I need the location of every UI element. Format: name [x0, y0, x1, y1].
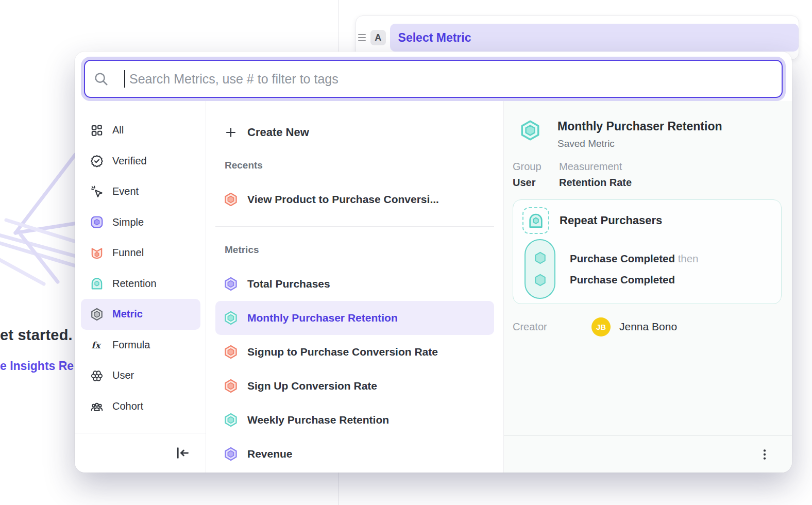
collapse-panel-icon[interactable] — [175, 445, 190, 461]
sidebar-item-label: Cohort — [112, 400, 143, 412]
section-divider — [215, 226, 494, 227]
hexagon-purple-icon — [224, 447, 238, 461]
metric-item-weekly-purchase-retention[interactable]: Weekly Purchase Retention — [215, 403, 494, 437]
detail-meta: Group User Measurement Retention Rate — [513, 161, 782, 189]
sidebar-item-label: Simple — [112, 216, 144, 228]
recent-item-label: View Product to Purchase Conversi... — [247, 193, 439, 206]
user-cluster-icon — [90, 369, 104, 382]
sidebar-item-label: All — [112, 124, 124, 136]
background-heading-fragment: et started. — [0, 327, 73, 344]
kebab-menu-icon[interactable] — [758, 448, 771, 461]
chart-decoration-lines — [0, 131, 77, 286]
detail-subtitle: Saved Metric — [557, 138, 722, 149]
metric-item-label: Sign Up Conversion Rate — [247, 380, 377, 392]
create-new-button[interactable]: Create New — [215, 120, 494, 145]
metric-item-label: Total Purchases — [247, 278, 330, 290]
definition-step-2: Purchase Completed — [570, 270, 699, 289]
recents-heading: Recents — [215, 160, 494, 172]
cohort-people-icon — [90, 399, 104, 413]
retention-metric-icon — [90, 277, 104, 290]
metric-hexagon-icon — [90, 308, 104, 321]
screen: et started. e Insights Re A Select Metri… — [0, 0, 812, 505]
avatar: JB — [591, 317, 611, 336]
step-hexagon-icon — [533, 273, 547, 287]
hexagon-teal-icon — [519, 120, 541, 141]
definition-title: Repeat Purchasers — [560, 214, 662, 227]
sidebar-item-formula[interactable]: Formula — [75, 330, 206, 361]
step-connector: then — [678, 252, 699, 264]
metric-item-monthly-purchaser-retention[interactable]: Monthly Purchaser Retention — [215, 301, 494, 335]
detail-header: Monthly Purchaser Retention Saved Metric — [519, 120, 782, 149]
sidebar-item-label: Metric — [112, 308, 143, 320]
simple-metric-icon — [90, 215, 104, 229]
sidebar-item-retention[interactable]: Retention — [75, 268, 206, 299]
metric-picker-modal: All Verified Event Simple Funnel — [75, 52, 792, 473]
sidebar-item-label: Retention — [112, 278, 157, 290]
recent-item[interactable]: View Product to Purchase Conversi... — [215, 183, 494, 215]
search-input[interactable] — [125, 72, 782, 87]
event-cursor-icon — [90, 185, 104, 198]
creator-row: Creator JB Jenna Bono — [513, 317, 782, 336]
group-label: Group — [513, 161, 559, 173]
measurement-label: Measurement — [559, 161, 632, 173]
retention-steps-pill — [525, 239, 555, 299]
hexagon-orange-icon — [224, 379, 238, 393]
definition-card: Repeat Purchasers Purchase Completed the… — [513, 199, 782, 304]
sidebar-item-metric[interactable]: Metric — [81, 299, 200, 330]
search-focus-ring — [81, 57, 786, 101]
hexagon-orange-icon — [224, 192, 238, 207]
sidebar-item-label: Event — [112, 186, 139, 197]
sidebar-item-cohort[interactable]: Cohort — [75, 391, 206, 422]
metric-rows: Total Purchases Monthly Purchaser Retent… — [215, 267, 494, 471]
metrics-heading: Metrics — [215, 244, 494, 257]
metric-detail-panel: Monthly Purchaser Retention Saved Metric… — [504, 101, 792, 473]
type-filter-sidebar: All Verified Event Simple Funnel — [75, 101, 206, 473]
sidebar-item-all[interactable]: All — [75, 115, 206, 146]
sidebar-item-funnel[interactable]: Funnel — [75, 238, 206, 268]
detail-title: Monthly Purchaser Retention — [557, 120, 722, 134]
series-badge[interactable]: A — [370, 30, 386, 45]
sidebar-footer — [75, 433, 206, 473]
formula-icon — [90, 338, 104, 351]
hexagon-purple-icon — [224, 277, 238, 291]
sidebar-item-label: User — [112, 369, 134, 381]
definition-step-1: Purchase Completed then — [570, 249, 699, 268]
metric-item-signup-to-purchase-conversion-rate[interactable]: Signup to Purchase Conversion Rate — [215, 335, 494, 369]
sidebar-item-user[interactable]: User — [75, 360, 206, 391]
metric-item-label: Revenue — [247, 448, 293, 460]
metric-item-label: Weekly Purchase Retention — [247, 414, 389, 426]
metric-item-label: Monthly Purchaser Retention — [247, 312, 398, 324]
verified-badge-icon — [90, 154, 104, 167]
sidebar-item-label: Funnel — [112, 247, 144, 259]
sidebar-item-verified[interactable]: Verified — [75, 146, 206, 177]
metric-item-revenue[interactable]: Revenue — [215, 437, 494, 471]
search-box — [84, 60, 783, 98]
funnel-metric-icon — [90, 246, 104, 260]
measurement-value: Retention Rate — [559, 177, 632, 189]
create-new-label: Create New — [247, 126, 309, 139]
search-icon — [93, 71, 109, 87]
hexagon-teal-icon — [224, 311, 238, 325]
creator-name: Jenna Bono — [619, 321, 677, 333]
hexagon-orange-icon — [224, 345, 238, 359]
sidebar-item-label: Verified — [112, 155, 147, 167]
modal-body: All Verified Event Simple Funnel — [75, 101, 792, 473]
select-metric-button[interactable]: Select Metric — [390, 24, 799, 52]
detail-footer — [504, 435, 792, 473]
sidebar-item-simple[interactable]: Simple — [75, 207, 206, 238]
metric-item-label: Signup to Purchase Conversion Rate — [247, 346, 438, 358]
sidebar-item-event[interactable]: Event — [75, 176, 206, 207]
metric-item-sign-up-conversion-rate[interactable]: Sign Up Conversion Rate — [215, 369, 494, 403]
metric-list-column: Create New Recents View Product to Purch… — [206, 101, 504, 473]
drag-handle-icon[interactable] — [358, 34, 367, 41]
hexagon-teal-icon — [224, 413, 238, 427]
plus-icon — [225, 126, 237, 139]
metric-item-total-purchases[interactable]: Total Purchases — [215, 267, 494, 301]
creator-label: Creator — [513, 321, 591, 333]
repeat-purchasers-icon — [522, 207, 549, 234]
step-hexagon-icon — [533, 251, 547, 265]
background-insights-link-fragment[interactable]: e Insights Re — [0, 359, 74, 373]
group-value: User — [513, 177, 559, 189]
sidebar-item-label: Formula — [112, 339, 150, 351]
grid-icon — [90, 124, 104, 137]
